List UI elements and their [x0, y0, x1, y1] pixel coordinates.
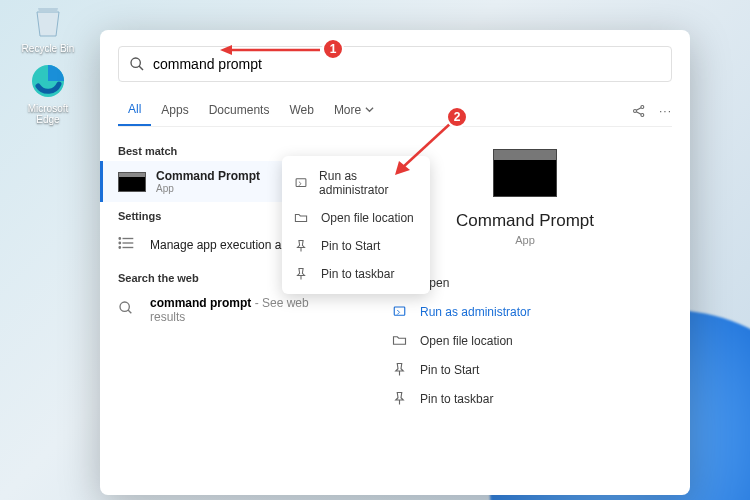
share-icon[interactable] [631, 103, 647, 119]
svg-point-13 [119, 247, 120, 248]
svg-point-12 [119, 242, 120, 243]
svg-point-14 [120, 302, 129, 311]
tab-more[interactable]: More [324, 97, 384, 125]
detail-app-icon [493, 149, 557, 197]
folder-icon [392, 333, 410, 348]
action-pin-start-label: Pin to Start [420, 363, 479, 377]
desktop-icon-recycle-bin[interactable]: Recycle Bin [18, 2, 78, 54]
action-open-location-label: Open file location [420, 334, 513, 348]
detail-subtitle: App [515, 234, 535, 246]
search-tabs: All Apps Documents Web More ··· [118, 96, 672, 127]
pin-icon [392, 391, 410, 406]
tab-documents[interactable]: Documents [199, 97, 280, 125]
svg-point-11 [119, 238, 120, 239]
recycle-bin-label: Recycle Bin [18, 43, 78, 54]
context-menu: Run as administrator Open file location … [282, 156, 430, 294]
shield-icon [294, 176, 310, 190]
shield-icon [392, 304, 410, 319]
edge-icon [29, 62, 67, 100]
svg-point-1 [131, 58, 140, 67]
svg-line-15 [128, 310, 131, 313]
svg-point-4 [641, 106, 644, 109]
action-run-admin-label: Run as administrator [420, 305, 531, 319]
cm-pin-taskbar[interactable]: Pin to taskbar [282, 260, 430, 288]
more-menu-icon[interactable]: ··· [659, 104, 672, 118]
tab-apps[interactable]: Apps [151, 97, 198, 125]
desktop-icon-edge[interactable]: Microsoft Edge [18, 62, 78, 125]
command-prompt-icon [118, 172, 146, 192]
svg-line-2 [139, 66, 143, 70]
action-run-admin[interactable]: Run as administrator [386, 297, 664, 326]
action-pin-taskbar-label: Pin to taskbar [420, 392, 493, 406]
detail-title: Command Prompt [456, 211, 594, 231]
tab-more-label: More [334, 103, 361, 117]
cm-pin-start-label: Pin to Start [321, 239, 380, 253]
svg-point-3 [634, 110, 637, 113]
pin-icon [294, 239, 312, 253]
search-input[interactable] [153, 56, 661, 72]
callout-1: 1 [322, 38, 344, 60]
cm-run-admin[interactable]: Run as administrator [282, 162, 430, 204]
chevron-down-icon [365, 105, 374, 114]
pin-icon [392, 362, 410, 377]
settings-list-icon [118, 234, 138, 256]
recycle-bin-icon [29, 2, 67, 40]
tab-web[interactable]: Web [279, 97, 323, 125]
cm-pin-start[interactable]: Pin to Start [282, 232, 430, 260]
svg-point-5 [641, 114, 644, 117]
cm-open-location-label: Open file location [321, 211, 414, 225]
callout-2: 2 [446, 106, 468, 128]
svg-line-7 [636, 112, 641, 115]
web-item-title: command prompt [150, 296, 251, 310]
cm-run-admin-label: Run as administrator [319, 169, 418, 197]
svg-rect-18 [296, 179, 306, 187]
svg-line-6 [636, 108, 641, 111]
result-web-search[interactable]: command prompt - See web results [100, 288, 360, 332]
edge-label: Microsoft Edge [18, 103, 78, 125]
folder-icon [294, 211, 312, 225]
pin-icon [294, 267, 312, 281]
search-web-icon [118, 300, 138, 320]
action-pin-start[interactable]: Pin to Start [386, 355, 664, 384]
cm-pin-taskbar-label: Pin to taskbar [321, 267, 394, 281]
result-subtitle: App [156, 183, 260, 194]
cm-open-location[interactable]: Open file location [282, 204, 430, 232]
search-bar[interactable] [118, 46, 672, 82]
result-title: Command Prompt [156, 169, 260, 183]
tab-all[interactable]: All [118, 96, 151, 126]
action-open-location[interactable]: Open file location [386, 326, 664, 355]
search-icon [129, 56, 145, 72]
svg-rect-17 [394, 307, 405, 315]
action-pin-taskbar[interactable]: Pin to taskbar [386, 384, 664, 413]
